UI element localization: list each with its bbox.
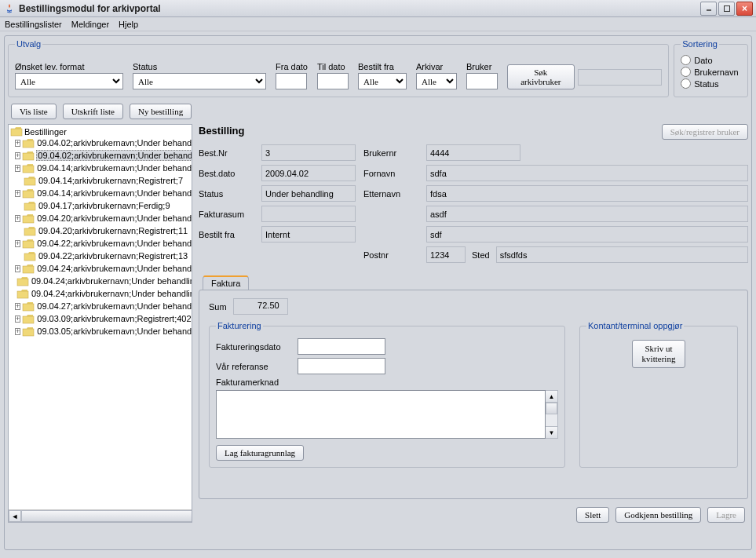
maximize-button[interactable] xyxy=(718,2,735,16)
tree-item[interactable]: 09.04.24;arkivbrukernavn;Under behandlin… xyxy=(9,287,192,300)
menu-bestillingslister[interactable]: Bestillingslister xyxy=(5,20,62,29)
scroll-left-arrow[interactable]: ◄ xyxy=(9,510,21,522)
tree-item[interactable]: 09.04.22;arkivbrukernavn;Registrert;13 xyxy=(9,250,192,262)
expander-icon[interactable]: + xyxy=(15,303,20,310)
scroll-thumb[interactable] xyxy=(21,510,192,522)
bestdato-value: 2009.04.02 xyxy=(261,165,356,181)
tree-item[interactable]: +09.03.09;arkivbrukernavn;Registrert;402 xyxy=(9,312,192,325)
tree-item[interactable]: +09.04.24;arkivbrukernavn;Under behandli… xyxy=(9,262,192,275)
bruker-label: Bruker xyxy=(466,62,498,71)
lagre-button[interactable]: Lagre xyxy=(707,507,745,523)
godkjenn-bestilling-button[interactable]: Godkjenn bestilling xyxy=(615,507,701,523)
fakturamerknad-label: Fakturamerknad xyxy=(216,377,294,387)
sort-brukernavn-label: Brukernavn xyxy=(694,67,738,77)
folder-icon xyxy=(22,188,35,199)
tree-item[interactable]: 09.04.14;arkivbrukernavn;Registrert;7 xyxy=(9,174,192,187)
sort-status-radio[interactable] xyxy=(681,78,691,89)
tree-item-label: 09.04.22;arkivbrukernavn;Under behandlin… xyxy=(36,239,192,248)
tree-item[interactable]: +09.04.02;arkivbrukernavn;Under behandli… xyxy=(9,149,192,162)
tildato-input[interactable] xyxy=(317,73,349,89)
tree-item[interactable]: 09.04.20;arkivbrukernavn;Registrert;11 xyxy=(9,224,192,237)
folder-icon xyxy=(22,163,35,173)
folder-icon xyxy=(22,264,35,274)
expander-icon[interactable]: + xyxy=(15,152,20,159)
menu-hjelp[interactable]: Hjelp xyxy=(119,20,138,29)
scroll-up-arrow[interactable]: ▲ xyxy=(546,391,557,403)
sortering-fieldset: Sortering Dato Brukernavn Status xyxy=(674,39,748,97)
onsket-select[interactable]: Alle xyxy=(15,73,123,89)
detail-heading: Bestilling xyxy=(199,125,245,137)
varreferanse-input[interactable] xyxy=(298,358,385,374)
scroll-thumb-v[interactable] xyxy=(546,403,557,414)
folder-icon xyxy=(22,314,35,324)
tree-item-label: 09.04.24;arkivbrukernavn;Under behandlin… xyxy=(31,289,192,298)
fakturamerknad-textarea[interactable] xyxy=(216,390,546,439)
sok-arkivbruker-button[interactable]: Søk arkivbruker xyxy=(507,64,575,89)
faktureringsdato-label: Faktureringsdato xyxy=(216,342,294,352)
utvalg-fieldset: Utvalg Ønsket lev. format Alle Status Al… xyxy=(8,39,669,97)
folder-icon xyxy=(24,201,36,211)
kontant-fieldset: Kontant/terminal oppgjør Skriv utkvitter… xyxy=(579,321,738,468)
tree-item[interactable]: +09.04.22;arkivbrukernavn;Under behandli… xyxy=(9,237,192,250)
expander-icon[interactable]: + xyxy=(15,240,20,247)
tree-item[interactable]: +09.04.20;arkivbrukernavn;Under behandli… xyxy=(9,212,192,224)
expander-icon[interactable]: + xyxy=(15,215,20,222)
menu-meldinger[interactable]: Meldinger xyxy=(71,20,109,29)
textarea-scrollbar[interactable]: ▲ ▼ xyxy=(546,390,558,439)
tree-item-label: 09.03.05;arkivbrukernavn;Under behandlin… xyxy=(36,326,192,336)
status-label2: Status xyxy=(199,189,254,199)
folder-icon xyxy=(24,226,36,236)
faktura-tab[interactable]: Faktura xyxy=(203,276,249,290)
tree-item[interactable]: +09.04.14;arkivbrukernavn;Under behandli… xyxy=(9,187,192,199)
folder-icon xyxy=(22,301,35,312)
brukernr-value: 4444 xyxy=(426,144,520,161)
tree-item[interactable]: +09.04.27;arkivbrukernavn;Under behandli… xyxy=(9,300,192,312)
tree-item-label: 09.04.02;arkivbrukernavn;Under behandlin… xyxy=(36,138,192,148)
horizontal-scrollbar[interactable]: ◄ ► xyxy=(9,509,192,522)
status-select[interactable]: Alle xyxy=(133,73,266,89)
tree-item[interactable]: +09.04.02;arkivbrukernavn;Under behandli… xyxy=(9,137,192,149)
close-button[interactable]: × xyxy=(736,2,753,16)
svg-rect-16 xyxy=(23,304,34,311)
sort-brukernavn-radio[interactable] xyxy=(681,67,691,77)
tree-root[interactable]: Bestillinger xyxy=(9,126,192,137)
postnr-value: 1234 xyxy=(426,246,466,263)
fradato-input[interactable] xyxy=(276,73,307,89)
tree-item[interactable]: +09.03.05;arkivbrukernavn;Under behandli… xyxy=(9,325,192,337)
scroll-down-arrow[interactable]: ▼ xyxy=(546,426,557,438)
ny-bestilling-button[interactable]: Ny bestilling xyxy=(130,104,192,119)
fakturasum-label: Fakturasum xyxy=(199,210,254,219)
folder-icon xyxy=(24,176,36,186)
svg-rect-3 xyxy=(23,140,34,148)
sum-value: 72.50 xyxy=(233,298,288,315)
bruker-input[interactable] xyxy=(466,73,498,89)
postnr-label: Postnr xyxy=(363,250,418,260)
skriv-ut-kvittering-button[interactable]: Skriv utkvittering xyxy=(632,340,686,368)
arkivar-select[interactable]: Alle xyxy=(416,73,457,89)
expander-icon[interactable]: + xyxy=(15,328,20,335)
svg-rect-1 xyxy=(724,5,729,11)
slett-button[interactable]: Slett xyxy=(576,507,609,523)
expander-icon[interactable]: + xyxy=(15,140,20,147)
lag-fakturagrunnlag-button[interactable]: Lag fakturagrunnlag xyxy=(216,445,304,461)
svg-rect-18 xyxy=(23,329,34,336)
tree-item-label: 09.04.20;arkivbrukernavn;Under behandlin… xyxy=(36,213,192,223)
tree-item[interactable]: +09.04.14;arkivbrukernavn;Under behandli… xyxy=(9,162,192,174)
fornavn-label: Fornavn xyxy=(363,169,418,178)
sok-registrer-bruker-button[interactable]: Søk/registrer bruker xyxy=(662,124,748,140)
expander-icon[interactable]: + xyxy=(15,165,20,172)
sort-dato-radio[interactable] xyxy=(681,55,691,65)
bestiltfra-select[interactable]: Alle xyxy=(358,73,407,89)
expander-icon[interactable]: + xyxy=(15,265,20,272)
vis-liste-button[interactable]: Vis liste xyxy=(11,104,57,119)
expander-icon[interactable]: + xyxy=(15,190,20,197)
tree-item[interactable]: 09.04.17;arkivbrukernavn;Ferdig;9 xyxy=(9,199,192,212)
utskrift-liste-button[interactable]: Utskrift liste xyxy=(63,104,123,119)
svg-rect-6 xyxy=(24,178,35,185)
expander-icon[interactable]: + xyxy=(15,315,20,323)
faktureringsdato-input[interactable] xyxy=(298,338,385,355)
tree-item[interactable]: 09.04.24;arkivbrukernavn;Under behandlin… xyxy=(9,275,192,287)
onsket-label: Ønsket lev. format xyxy=(15,62,123,71)
svg-rect-9 xyxy=(23,216,34,223)
minimize-button[interactable] xyxy=(700,2,717,16)
